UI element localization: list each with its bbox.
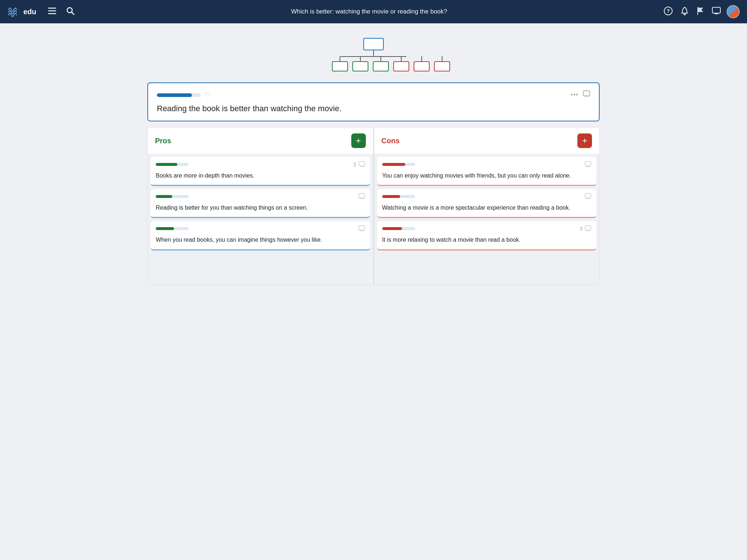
main-card-left: ♡ [157,91,211,99]
comment-icon[interactable] [585,193,591,200]
item-card-right [359,225,365,232]
con-item-text: You can enjoy watching movies with frien… [382,171,592,180]
svg-rect-15 [585,194,591,198]
menu-icon[interactable] [46,5,58,18]
pro-item-text: When you read books, you can imagine thi… [156,236,365,244]
logo-text: edu [23,8,36,16]
svg-rect-0 [48,8,56,9]
comment-count: 3 [580,226,582,232]
diagram-root-box [363,38,384,50]
item-progress-fill [156,195,172,198]
item-progress-bar [382,227,415,230]
comment-icon[interactable] [359,193,365,200]
diagram-child-3 [371,56,391,71]
item-progress-fill [382,195,400,198]
con-card: You can enjoy watching movies with frien… [377,157,597,186]
help-icon[interactable]: ? [662,5,675,19]
diagram-child-1 [330,56,350,71]
pros-header: Pros + [147,127,374,154]
comment-icon[interactable] [359,225,365,232]
hierarchy-diagram [330,38,417,71]
add-pro-button[interactable]: + [351,133,366,148]
item-card-right [585,193,591,200]
svg-rect-14 [585,162,591,166]
diagram-top [330,38,417,71]
main-claim-card: ♡ ••• Reading the book is better than wa… [147,82,600,121]
avatar[interactable] [727,5,740,18]
main-content: ♡ ••• Reading the book is better than wa… [140,23,607,292]
con-item-text: Watching a movie is a more spectacular e… [382,203,592,212]
app-header: edu Which is better: watching the movie … [0,0,747,23]
svg-rect-12 [359,194,365,198]
logo-icon [7,5,20,18]
logo: edu [7,5,40,18]
main-card-top: ♡ ••• [157,90,590,100]
search-icon[interactable] [64,5,77,19]
item-progress-bar [156,163,189,166]
item-progress-fill [382,227,402,230]
item-card-top [382,193,592,200]
item-card-right: 2 [353,161,365,168]
page-title: Which is better: watching the movie or r… [82,8,656,15]
diagram-child-5 [411,56,432,71]
item-progress-bar [382,195,415,198]
item-progress-bar [156,195,189,198]
svg-text:?: ? [667,8,670,14]
main-claim-text: Reading the book is better than watching… [157,104,590,113]
diagram-child-4 [391,56,411,71]
pro-item-text: Books are more in-depth than movies. [156,171,365,180]
pros-label: Pros [155,137,171,145]
item-card-top: 2 [156,161,365,168]
comment-icon[interactable] [585,225,591,232]
item-progress-bar [156,227,189,230]
diagram-child-6 [432,56,452,71]
claim-progress-fill [157,93,192,97]
svg-rect-11 [359,162,365,166]
item-progress-fill [156,227,174,230]
claim-progress-bar [157,93,201,97]
cons-header: Cons + [374,127,600,154]
item-card-top [156,225,365,232]
pros-cons-container: Pros + 2 Books are more in-depth than mo… [147,127,600,285]
item-card-right [585,161,591,168]
item-progress-fill [156,163,177,166]
diagram-container [147,31,600,82]
cons-cards-area: You can enjoy watching movies with frien… [374,154,600,285]
pro-card: Reading is better for you than watching … [151,189,370,218]
svg-rect-13 [359,226,365,230]
header-actions: ? [662,5,740,19]
pros-section: Pros + 2 Books are more in-depth than mo… [147,127,374,285]
cons-label: Cons [382,137,400,145]
comment-count: 2 [353,162,356,167]
flag-icon[interactable] [694,5,706,19]
pros-cards-area: 2 Books are more in-depth than movies. R… [147,154,374,285]
pro-card: 2 Books are more in-depth than movies. [151,157,370,186]
item-card-right: 3 [580,225,591,232]
heart-icon[interactable]: ♡ [205,91,211,99]
svg-line-4 [71,12,74,15]
svg-point-7 [684,13,685,15]
svg-rect-16 [585,226,591,230]
svg-rect-1 [48,10,56,11]
comment-icon[interactable] [359,161,365,168]
svg-rect-2 [48,13,56,14]
item-card-top [382,161,592,168]
item-card-top: 3 [382,225,592,232]
con-card: Watching a movie is a more spectacular e… [377,189,597,218]
main-card-right: ••• [570,90,590,100]
con-item-text: It is more relaxing to watch a movie tha… [382,236,592,244]
pro-card: When you read books, you can imagine thi… [151,221,370,250]
item-card-right [359,193,365,200]
more-options-icon[interactable]: ••• [570,91,578,99]
pro-item-text: Reading is better for you than watching … [156,203,365,212]
chat-icon[interactable] [710,5,723,18]
add-con-button[interactable]: + [577,133,592,148]
notification-icon[interactable] [678,5,691,19]
item-progress-bar [382,163,415,166]
item-card-top [156,193,365,200]
comment-icon[interactable] [585,161,591,168]
svg-rect-10 [583,91,590,96]
con-card: 3 It is more relaxing to watch a movie t… [377,221,597,250]
cons-section: Cons + You can enjoy watching movies wit… [374,127,600,285]
comment-icon[interactable] [583,90,590,100]
